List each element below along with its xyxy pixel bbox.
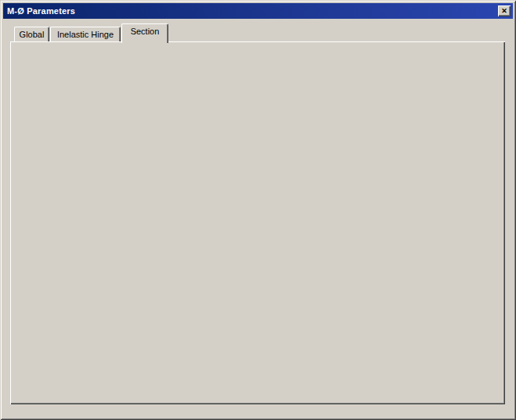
title-bar[interactable]: M-Ø Parameters ✕ (3, 3, 513, 19)
tab-inelastic-hinge-label: Inelastic Hinge (57, 30, 114, 39)
section-tab-panel (10, 41, 505, 404)
m-phi-parameters-dialog: M-Ø Parameters ✕ Global Inelastic Hinge … (0, 0, 516, 420)
tab-inelastic-hinge[interactable]: Inelastic Hinge (50, 27, 121, 41)
close-button[interactable]: ✕ (498, 5, 511, 16)
tab-section[interactable]: Section (121, 23, 168, 43)
close-icon: ✕ (501, 7, 507, 15)
tab-global[interactable]: Global (14, 27, 49, 41)
window-title: M-Ø Parameters (7, 6, 75, 16)
tab-section-label: Section (131, 27, 160, 36)
tab-global-label: Global (20, 30, 45, 39)
